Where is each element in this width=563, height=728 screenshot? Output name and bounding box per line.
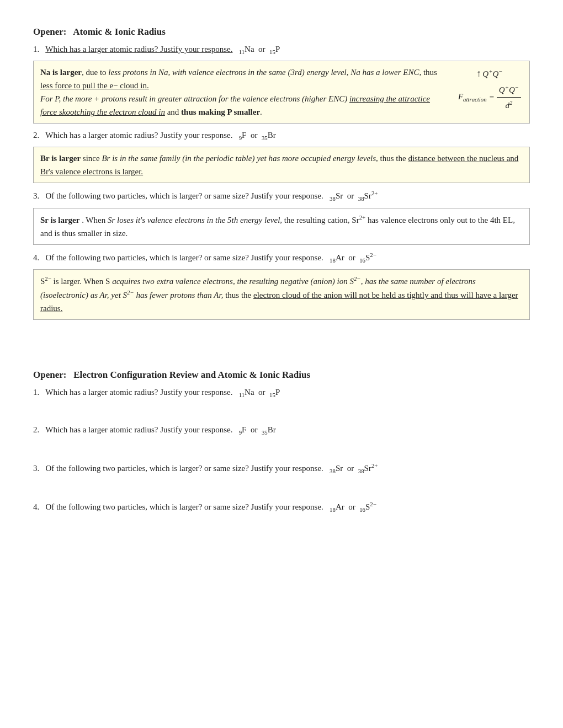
- answer2-bold: Br is larger: [40, 154, 81, 163]
- coulomb-formula: ↑ Q+Q− Fattraction = Q+Q− d2: [456, 66, 523, 112]
- section1: Opener: Atomic & Ionic Radius 1. Which h…: [33, 26, 530, 320]
- fraction-display: Q+Q− d2: [497, 83, 521, 112]
- q1-number: 1.: [33, 45, 44, 53]
- q4-number: 4.: [33, 253, 44, 262]
- section2-q4-text: 4. Of the following two particles, which…: [33, 500, 530, 514]
- section1-q4: 4. Of the following two particles, which…: [33, 250, 530, 265]
- answer-box-1: Na is larger, due to less protons in Na,…: [33, 61, 530, 124]
- answer1-line2-bold: thus making P smaller: [181, 108, 260, 116]
- answer1-text1: , due to: [82, 68, 108, 77]
- fraction-denominator: d2: [503, 98, 514, 112]
- s2-q1-options: 11Na or 15P: [235, 388, 280, 397]
- s2-q2-options: 9F or 35Br: [235, 425, 276, 434]
- section2-title: Opener: Electron Configuration Review an…: [33, 370, 530, 381]
- answer3-text: . When Sr loses it's valence electrons i…: [40, 216, 515, 238]
- section1-q1: 1. Which has a larger atomic radius? Jus…: [33, 43, 530, 56]
- answer2-text1: since Br is in the same family (in the p…: [40, 154, 518, 176]
- answer-box-2: Br is larger since Br is in the same fam…: [33, 147, 530, 183]
- s2-q2-number: 2.: [33, 425, 44, 434]
- answer4-text1: S2− is larger. When S acquires two extra…: [40, 277, 518, 313]
- s2-q4-options: 18Ar or 16S2−: [326, 502, 376, 511]
- section1-title: Opener: Atomic & Ionic Radius: [33, 26, 530, 38]
- q1-text: Which has a larger atomic radius? Justif…: [45, 45, 232, 53]
- f-attraction-label: Fattraction: [458, 90, 487, 104]
- formula-numerator-label: Q+Q−: [482, 67, 502, 81]
- q2-text: Which has a larger atomic radius? Justif…: [45, 131, 232, 140]
- section2-q4: 4. Of the following two particles, which…: [33, 500, 530, 514]
- q2-options: 9F or 35Br: [235, 131, 276, 140]
- s2-q2-text: Which has a larger atomic radius? Justif…: [45, 425, 232, 434]
- s2-q3-options: 38Sr or 38Sr2+: [326, 464, 378, 473]
- arrow-up-icon: ↑: [476, 66, 481, 82]
- answer-box-3: Sr is larger . When Sr loses it's valenc…: [33, 208, 530, 245]
- s2-q1-text: Which has a larger atomic radius? Justif…: [45, 388, 232, 397]
- section2: Opener: Electron Configuration Review an…: [33, 370, 530, 515]
- equals-sign: =: [489, 90, 495, 104]
- q1-options: 11Na or 15P: [235, 45, 280, 53]
- s2-q3-text: Of the following two particles, which is…: [46, 464, 323, 473]
- section2-q3: 3. Of the following two particles, which…: [33, 461, 530, 475]
- q3-text: Of the following two particles, which is…: [46, 191, 323, 200]
- q4-text: Of the following two particles, which is…: [46, 253, 323, 262]
- q3-options: 38Sr or 38Sr2+: [326, 191, 378, 200]
- answer1-period: .: [260, 108, 262, 116]
- q3-number: 3.: [33, 191, 44, 200]
- fraction-numerator: Q+Q−: [497, 83, 521, 98]
- section2-q2: 2. Which has a larger atomic radius? Jus…: [33, 424, 530, 437]
- section1-q3: 3. Of the following two particles, which…: [33, 189, 530, 203]
- s2-q4-number: 4.: [33, 502, 44, 511]
- section1-q2: 2. Which has a larger atomic radius? Jus…: [33, 129, 530, 142]
- s2-q1-number: 1.: [33, 388, 44, 397]
- q4-options: 18Ar or 16S2−: [326, 253, 376, 262]
- s2-q3-number: 3.: [33, 464, 44, 473]
- q2-number: 2.: [33, 131, 44, 140]
- answer3-bold: Sr is larger: [40, 216, 79, 224]
- answer1-italic1: less protons in Na, with valence electro…: [108, 68, 421, 77]
- section2-q1-text: 1. Which has a larger atomic radius? Jus…: [33, 386, 530, 399]
- spacer: [33, 325, 530, 370]
- section2-q2-text: 2. Which has a larger atomic radius? Jus…: [33, 424, 530, 437]
- answer1-bold: Na is larger: [40, 68, 82, 77]
- section2-q3-text: 3. Of the following two particles, which…: [33, 461, 530, 475]
- section2-q1: 1. Which has a larger atomic radius? Jus…: [33, 386, 530, 399]
- answer1-line2-and: and: [165, 108, 181, 116]
- s2-q4-text: Of the following two particles, which is…: [46, 502, 323, 511]
- answer-box-4: S2− is larger. When S acquires two extra…: [33, 269, 530, 320]
